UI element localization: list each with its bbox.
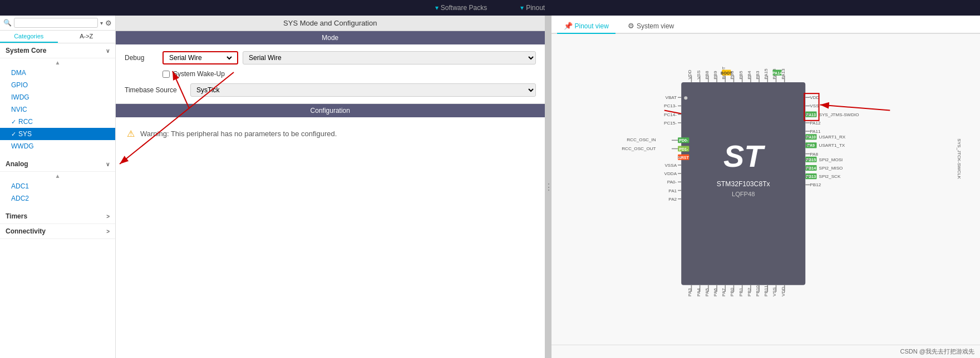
debug-select-box: Serial Wire No Debug JTAG (5 pins) JTAG … xyxy=(162,51,238,64)
sidebar-item-sys[interactable]: ✓ SYS xyxy=(0,128,115,140)
svg-text:SYS_JTCK-SWCLK: SYS_JTCK-SWCLK xyxy=(956,138,961,179)
pinout-label: Pinout xyxy=(526,4,545,12)
svg-text:PA12: PA12 xyxy=(810,121,821,126)
chevron-icon: ▾ xyxy=(435,4,439,12)
svg-text:PA14: PA14 xyxy=(772,71,781,76)
svg-text:VBAT: VBAT xyxy=(665,95,677,100)
scroll-up-indicator: ▲ xyxy=(0,58,115,67)
sidebar-item-adc1[interactable]: ADC1 xyxy=(0,180,115,192)
svg-text:PB12: PB12 xyxy=(810,182,821,187)
attribution: CSDN @我先去打把游戏先 xyxy=(551,345,981,358)
svg-text:BOOT: BOOT xyxy=(721,71,732,76)
svg-text:RCC_OSC_OUT: RCC_OSC_OUT xyxy=(622,146,656,151)
svg-text:VSS: VSS xyxy=(810,103,819,108)
svg-text:VDD: VDD xyxy=(810,95,819,100)
sidebar-section-timers: Timers > xyxy=(0,209,115,224)
check-icon: ✓ xyxy=(11,131,16,138)
warning-text: Warning: This peripheral has no paramete… xyxy=(140,130,337,138)
item-label: WWDG xyxy=(11,142,34,150)
sidebar-item-nvic[interactable]: NVIC xyxy=(0,103,115,116)
svg-text:PB13: PB13 xyxy=(806,175,816,179)
timebase-select[interactable]: SysTick TIM1 TIM2 xyxy=(190,83,536,97)
gear-icon[interactable]: ⚙ xyxy=(105,19,112,27)
tab-az[interactable]: A->Z xyxy=(58,31,116,43)
debug-row: Debug Serial Wire No Debug JTAG (5 pins)… xyxy=(125,51,536,64)
config-section: Configuration ⚠ Warning: This peripheral… xyxy=(116,104,545,358)
sidebar-group-system-core[interactable]: System Core ∨ xyxy=(0,43,115,58)
sidebar-section-analog: Analog ∨ ▲ ADC1 ADC2 xyxy=(0,157,115,205)
debug-select[interactable]: Serial Wire No Debug JTAG (5 pins) JTAG … xyxy=(167,53,234,62)
sidebar-item-adc2[interactable]: ADC2 xyxy=(0,192,115,205)
svg-text:PB14: PB14 xyxy=(806,166,816,171)
sidebar-item-dma[interactable]: DMA xyxy=(0,67,115,79)
system-wakeup-row: System Wake-Up xyxy=(162,70,536,78)
svg-text:PC13-: PC13- xyxy=(664,103,677,108)
group-label: System Core xyxy=(6,47,46,54)
expand-icon: ∨ xyxy=(106,161,110,167)
svg-text:VSSA: VSSA xyxy=(664,163,677,168)
panel-divider[interactable]: ⋮ xyxy=(545,16,551,358)
sidebar-item-wwdg[interactable]: WWDG xyxy=(0,140,115,152)
item-label: NVIC xyxy=(11,106,27,113)
config-content: ⚠ Warning: This peripheral has no parame… xyxy=(116,117,545,150)
svg-text:USART1_RX: USART1_RX xyxy=(819,135,845,140)
svg-text:RCC_OSC_IN: RCC_OSC_IN xyxy=(627,137,656,142)
group-label: Timers xyxy=(6,212,27,220)
dropdown-arrow-icon[interactable]: ▾ xyxy=(100,20,103,26)
timebase-label: Timebase Source xyxy=(125,86,186,94)
sidebar-item-rcc[interactable]: ✓ RCC xyxy=(0,116,115,128)
tab-system-view[interactable]: ⚙ System view xyxy=(621,19,681,34)
svg-text:NRST: NRST xyxy=(678,156,689,160)
sidebar-group-analog[interactable]: Analog ∨ xyxy=(0,157,115,172)
expand-icon: ∨ xyxy=(106,48,110,54)
svg-text:SPI2_MISO: SPI2_MISO xyxy=(819,166,843,171)
sidebar-item-iwdg[interactable]: IWDG xyxy=(0,91,115,103)
svg-text:SPI2_SCK: SPI2_SCK xyxy=(819,174,840,179)
pinout-menu[interactable]: ▾ Pinout xyxy=(520,4,545,12)
system-wakeup-checkbox[interactable] xyxy=(162,71,170,78)
software-packs-label: Software Packs xyxy=(441,4,487,12)
search-input[interactable] xyxy=(14,18,98,28)
svg-text:PA8: PA8 xyxy=(810,152,818,157)
sidebar-item-gpio[interactable]: GPIO xyxy=(0,79,115,91)
sidebar-group-connectivity[interactable]: Connectivity > xyxy=(0,224,115,239)
panel-title: SYS Mode and Configuration xyxy=(116,16,545,31)
tab-label: Pinout view xyxy=(575,22,609,30)
debug-label: Debug xyxy=(125,54,158,62)
svg-text:ST: ST xyxy=(723,139,765,173)
item-label: DMA xyxy=(11,69,26,77)
system-wakeup-label: System Wake-Up xyxy=(173,70,225,78)
svg-text:PA2: PA2 xyxy=(668,197,677,202)
chip-view: ST STM32F103C8Tx LQFP48 VDD VSS PB8 PB9 … xyxy=(551,34,981,345)
tab-label: System view xyxy=(637,22,674,30)
svg-text:SPI2_MOSI: SPI2_MOSI xyxy=(819,157,843,162)
svg-text:PA10: PA10 xyxy=(806,135,815,140)
svg-text:PC14-: PC14- xyxy=(664,112,677,117)
sidebar-search-bar: 🔍 ▾ ⚙ xyxy=(0,16,115,31)
svg-text:PD1-: PD1- xyxy=(679,147,688,152)
pinout-icon: 📌 xyxy=(564,22,573,30)
svg-text:PA11: PA11 xyxy=(810,129,821,134)
debug-full-select[interactable]: Serial Wire xyxy=(243,51,536,64)
warning-icon: ⚠ xyxy=(127,128,135,139)
check-icon: ✓ xyxy=(11,118,16,126)
svg-line-128 xyxy=(820,105,890,110)
item-label: ADC1 xyxy=(11,182,29,190)
search-icon: 🔍 xyxy=(3,19,12,27)
tab-categories[interactable]: Categories xyxy=(0,31,58,43)
svg-text:USART1_TX: USART1_TX xyxy=(819,143,845,148)
group-label: Analog xyxy=(6,160,28,168)
svg-text:PA0-: PA0- xyxy=(667,180,677,185)
svg-text:PB15: PB15 xyxy=(806,158,816,162)
software-packs-menu[interactable]: ▾ Software Packs xyxy=(435,4,487,12)
tab-pinout-view[interactable]: 📌 Pinout view xyxy=(557,19,615,34)
item-label: IWDG xyxy=(11,93,29,101)
sidebar-group-timers[interactable]: Timers > xyxy=(0,209,115,224)
sidebar: 🔍 ▾ ⚙ Categories A->Z System Core ∨ ▲ DM… xyxy=(0,16,116,358)
svg-text:PA13: PA13 xyxy=(806,113,815,117)
svg-text:PA1: PA1 xyxy=(668,188,677,193)
svg-text:STM32F103C8Tx: STM32F103C8Tx xyxy=(716,180,770,188)
item-label: ADC2 xyxy=(11,195,29,202)
timebase-row: Timebase Source SysTick TIM1 TIM2 xyxy=(125,83,536,97)
svg-text:PA9: PA9 xyxy=(807,143,814,148)
